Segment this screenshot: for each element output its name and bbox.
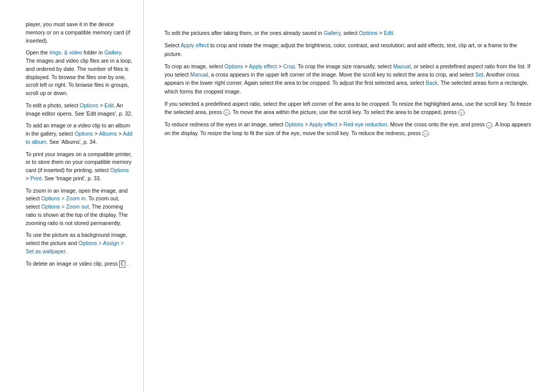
inline-link[interactable]: Options — [285, 121, 303, 127]
inline-link[interactable]: Print — [30, 175, 42, 181]
inline-link[interactable]: Edit — [104, 102, 114, 108]
circle-icon: ○ — [224, 109, 230, 116]
right-paragraph: To edit the pictures after taking them, … — [164, 29, 534, 37]
right-paragraph: To reduce redness of the eyes in an imag… — [164, 120, 534, 137]
inline-link[interactable]: Apply effect — [249, 63, 277, 69]
left-paragraph: To edit a photo, select Options > Edit. … — [26, 102, 133, 118]
inline-link[interactable]: Set — [475, 71, 484, 78]
left-content: player, you must save it in the device m… — [26, 21, 133, 268]
inline-link[interactable]: Gallery — [324, 30, 340, 36]
inline-link[interactable]: Imgs. & video — [49, 49, 82, 55]
right-paragraph: If you selected a predefined aspect rati… — [164, 100, 534, 117]
page-container: player, you must save it in the device m… — [0, 0, 555, 392]
inline-link[interactable]: Options — [80, 102, 98, 108]
right-paragraph: To crop an image, select Options > Apply… — [164, 62, 534, 96]
inline-link[interactable]: Gallery — [104, 49, 121, 55]
inline-link[interactable]: Albums — [99, 130, 117, 137]
inline-link[interactable]: Back — [425, 80, 437, 86]
inline-link[interactable]: Apply effect — [181, 42, 209, 48]
left-paragraph: To print your images on a compatible pri… — [26, 151, 133, 183]
inline-link[interactable]: Options — [110, 167, 129, 173]
left-column: player, you must save it in the device m… — [0, 0, 144, 392]
left-paragraph: Open the Imgs. & video folder in Gallery… — [26, 49, 133, 98]
circle-icon: ○ — [458, 109, 465, 116]
inline-link[interactable]: Red eye reduction — [343, 121, 387, 127]
right-column: To edit the pictures after taking them, … — [144, 0, 555, 392]
inline-link[interactable]: Options — [359, 30, 378, 36]
inline-link[interactable]: Apply effect — [309, 121, 338, 127]
circle-icon: ○ — [422, 130, 429, 137]
left-paragraph: To delete an image or video clip, press … — [26, 260, 133, 268]
inline-link[interactable]: Crop — [283, 63, 295, 69]
circle-icon: ○ — [486, 122, 492, 128]
inline-link[interactable]: Options > Zoom out — [41, 203, 89, 210]
inline-link[interactable]: Options > Zoom in — [41, 195, 85, 201]
inline-link[interactable]: Options > Assign > Set as wallpaper — [26, 240, 124, 254]
inline-link[interactable]: Edit — [384, 30, 393, 36]
inline-link[interactable]: Options — [225, 63, 243, 69]
right-content: To edit the pictures after taking them, … — [164, 29, 534, 137]
inline-link[interactable]: Manual — [190, 71, 208, 78]
c-icon: C — [119, 260, 125, 268]
left-paragraph: To add an image or a video clip to an al… — [26, 122, 133, 146]
inline-link[interactable]: Manual — [393, 63, 411, 69]
inline-link[interactable]: Options — [75, 130, 93, 137]
left-paragraph: player, you must save it in the device m… — [26, 21, 133, 45]
left-paragraph: To zoom in an image, open the image, and… — [26, 187, 133, 228]
left-paragraph: To use the picture as a background image… — [26, 231, 133, 255]
right-paragraph: Select Apply effect to crop and rotate t… — [164, 41, 534, 58]
